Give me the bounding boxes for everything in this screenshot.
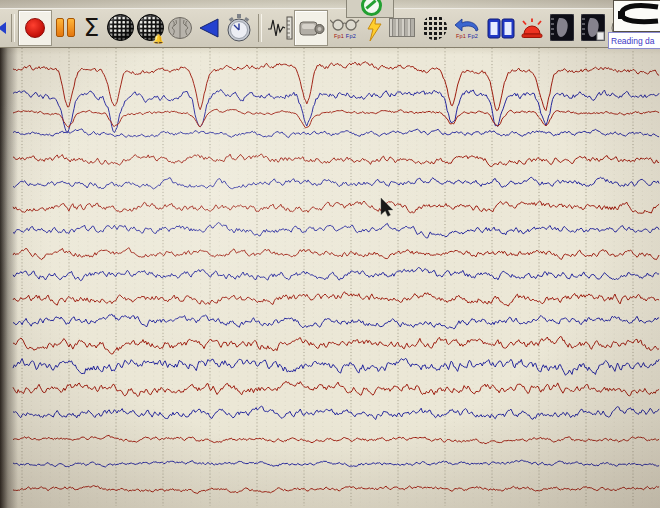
glasses-fp-label: Fp1 Fp2 (334, 33, 356, 39)
camera-icon (298, 17, 325, 39)
electrode-cap-alert-button[interactable]: 🔔 (135, 11, 165, 45)
previous-partial-button[interactable] (0, 11, 8, 45)
toolbar-separator (11, 14, 15, 42)
mouse-cursor-arrow (381, 198, 393, 216)
status-text: Reading da (609, 36, 654, 46)
undo-fp-button[interactable]: Fp1 Fp2 (450, 11, 484, 45)
electrode-cap-button[interactable] (105, 11, 135, 45)
video-camera-button[interactable] (294, 10, 328, 46)
toolbar-separator (258, 14, 262, 42)
plug-cable-icon (614, 1, 660, 29)
eeg-traces (13, 62, 659, 494)
log-books-button[interactable] (484, 11, 518, 45)
waveform-ruler-icon (267, 15, 293, 41)
back-arrow-fp-label: Fp1 Fp2 (456, 33, 478, 39)
main-toolbar: Σ 🔔 (0, 8, 613, 48)
montage-image-icon (389, 18, 415, 37)
eeg-viewport[interactable] (0, 47, 660, 508)
connection-panel (613, 0, 660, 32)
eeg-canvas (0, 47, 660, 508)
blue-arrow-partial-icon (0, 22, 6, 34)
back-arrow-icon (455, 17, 480, 32)
pause-button[interactable] (52, 11, 78, 45)
dotted-head-icon (422, 15, 447, 40)
alarm-button[interactable] (518, 11, 546, 45)
alarm-siren-icon (520, 17, 544, 39)
eeg-application-window: Σ 🔔 (0, 0, 660, 508)
lightning-icon (366, 15, 383, 41)
brain-map-button[interactable] (165, 11, 195, 45)
head-scan-button[interactable] (546, 11, 577, 45)
stopwatch-icon (225, 13, 253, 42)
electrode-grid-button[interactable] (418, 11, 450, 45)
left-triangle-icon (199, 18, 219, 38)
sigma-icon: Σ (84, 15, 100, 40)
green-status-icon (361, 0, 382, 16)
status-box: Reading da (608, 32, 660, 49)
head-scan-copy-button[interactable] (577, 11, 608, 45)
timer-button[interactable] (223, 11, 255, 45)
green-status-panel (346, 0, 394, 18)
glasses-icon (330, 17, 360, 32)
bell-icon: 🔔 (153, 35, 164, 44)
play-left-button[interactable] (195, 11, 223, 45)
head-xray-icon (550, 14, 574, 41)
books-icon (487, 17, 515, 39)
electrode-cap-icon (107, 14, 134, 41)
brain-icon (167, 16, 193, 40)
record-icon (25, 18, 45, 38)
window-top-strip (0, 0, 660, 8)
sum-button[interactable]: Σ (78, 11, 105, 45)
pause-icon (56, 18, 75, 37)
head-xray-page-icon (581, 14, 605, 41)
signal-ruler-button[interactable] (265, 11, 294, 45)
screen-edge-shadow (0, 47, 18, 508)
record-button[interactable] (18, 10, 52, 46)
